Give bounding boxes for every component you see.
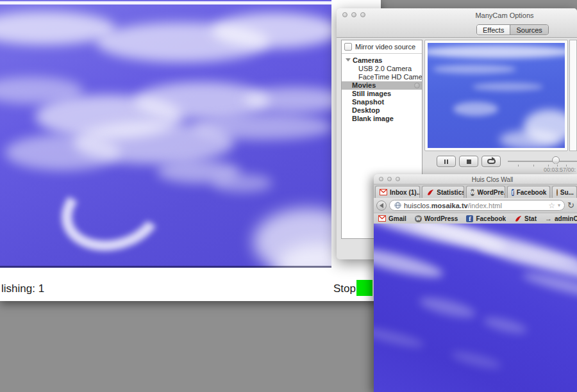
zoom-icon[interactable] [396,177,400,181]
gmail-icon [380,188,387,196]
tab-statistics[interactable]: Statistics... [422,186,464,198]
tree-item-usb-camera[interactable]: USB 2.0 Camera [342,65,422,73]
tab-su[interactable]: Su... [552,186,577,198]
source-tree: Cameras USB 2.0 Camera FaceTime HD Camer… [342,54,422,123]
playback-timecode: 00:03:57/00: [544,167,576,173]
close-icon[interactable] [379,177,383,181]
video-cloud-band [0,1,331,4]
loop-icon [487,159,496,164]
stop-label[interactable]: Stop [333,282,356,295]
bookmarks-bar: Gmail W WordPress f Facebook Stat → admi… [374,213,577,224]
tab-sources[interactable]: Sources [510,25,548,35]
stop-button[interactable] [459,156,478,167]
mirror-checkbox[interactable] [344,43,352,51]
url-text[interactable]: huisclos.mosaika.tv/index.html [404,202,546,209]
publishing-status-text: lishing: 1 [1,282,44,295]
tree-item-desktop[interactable]: Desktop [342,106,422,115]
manycam-window-title: ManyCam Options [475,12,533,19]
stat-icon [514,215,522,222]
su-tab-icon [556,189,558,196]
url-dropdown-icon[interactable]: ▾ [558,203,560,208]
stat-icon [426,188,434,196]
facebook-icon: f [512,189,514,196]
wordpress-icon: W [415,215,422,222]
minimize-icon[interactable] [351,12,356,17]
back-arrow-icon [377,203,383,208]
bookmark-adminovh[interactable]: → adminOVH.html [545,215,577,222]
browser-content-video [374,224,577,392]
manycam-tab-switcher: Effects Sources [476,24,549,35]
publisher-statusbar: lishing: 1 Stop [0,268,381,301]
mirror-video-row[interactable]: Mirror video source [342,40,422,54]
facebook-icon: f [466,215,473,222]
tree-group-cameras[interactable]: Cameras [342,56,422,65]
manycam-titlebar[interactable]: ManyCam Options Effects Sources [337,8,577,38]
secondary-panel-edge [569,40,577,151]
playback-slider-track[interactable] [508,161,577,162]
globe-icon [394,202,401,209]
loop-button[interactable] [481,156,501,167]
chevron-down-icon[interactable] [346,58,351,64]
preview-video [428,43,565,148]
publisher-video [0,0,331,268]
back-button[interactable] [376,200,387,211]
tree-item-still-images[interactable]: Still images [342,90,422,98]
address-bar[interactable]: huisclos.mosaika.tv/index.html ☆ ▾ [389,200,565,211]
browser-titlebar[interactable]: Huis Clos Wall [374,174,577,184]
bookmark-gmail[interactable]: Gmail [378,215,406,222]
tree-item-movies[interactable]: Movies [342,81,422,90]
video-crescent-cloud [53,161,172,261]
bookmark-stat[interactable]: Stat [514,215,537,222]
tab-wordpress[interactable]: W WordPre... [466,186,506,198]
browser-navbar: huisclos.mosaika.tv/index.html ☆ ▾ ↻ [374,198,577,213]
browser-window-title: Huis Clos Wall [472,176,514,183]
bookmark-wordpress[interactable]: W WordPress [415,215,458,222]
tree-item-snapshot[interactable]: Snapshot [342,98,422,106]
preview-panel [424,40,568,151]
live-indicator-green [356,280,372,296]
close-icon[interactable] [342,12,347,17]
active-source-dot [414,83,420,88]
bookmark-facebook[interactable]: f Facebook [466,215,506,222]
gmail-icon [378,215,386,222]
tree-item-facetime-camera[interactable]: FaceTime HD Camera... [342,73,422,81]
mirror-checkbox-label: Mirror video source [355,43,415,51]
reload-button[interactable]: ↻ [567,201,574,209]
pause-button[interactable] [437,156,456,167]
playback-slider-thumb[interactable] [552,156,560,164]
publisher-window: lishing: 1 Stop [0,0,381,301]
zoom-icon[interactable] [360,12,365,17]
browser-tabbar: Inbox (1)... Statistics... W WordPre... … [374,184,577,198]
tab-facebook[interactable]: f Facebook [507,186,549,198]
minimize-icon[interactable] [387,177,392,181]
arrow-icon: → [545,215,552,222]
browser-window: Huis Clos Wall Inbox (1)... Statistics..… [374,174,577,392]
tree-item-blank-image[interactable]: Blank image [342,115,422,123]
tab-inbox[interactable]: Inbox (1)... [375,186,420,198]
tab-effects[interactable]: Effects [477,25,510,35]
desktop: lishing: 1 Stop ManyCam Options Effects … [0,0,577,392]
bookmark-star-icon[interactable]: ☆ [548,202,555,209]
wordpress-icon: W [471,189,475,196]
